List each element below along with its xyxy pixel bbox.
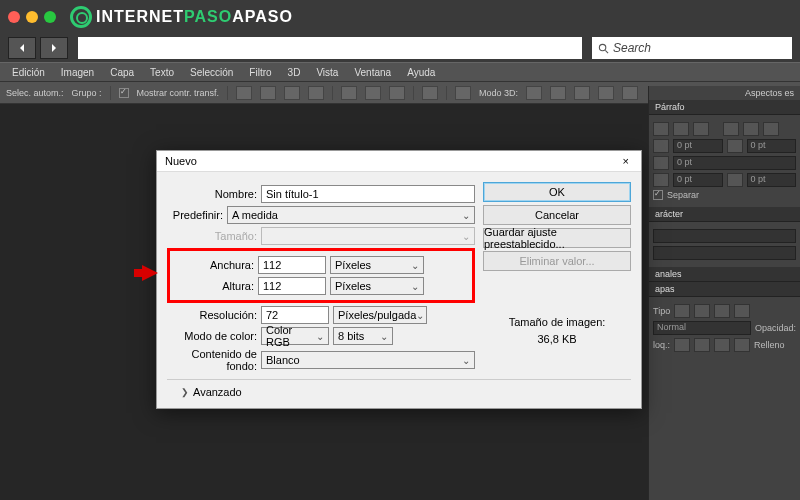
highlight-annotation: Anchura: Píxeles Altura: Píxeles — [167, 248, 475, 303]
space-after-input[interactable]: 0 pt — [747, 173, 797, 187]
justify-icon[interactable] — [743, 122, 759, 136]
channels-panel-tab[interactable]: anales — [649, 267, 800, 282]
justify-icon[interactable] — [723, 122, 739, 136]
hyphenate-label: Separar — [667, 190, 699, 200]
menu-seleccion[interactable]: Selección — [182, 67, 241, 78]
ok-button[interactable]: OK — [483, 182, 631, 202]
width-unit-select[interactable]: Píxeles — [330, 256, 424, 274]
close-icon[interactable]: × — [619, 155, 633, 167]
menu-imagen[interactable]: Imagen — [53, 67, 102, 78]
search-icon — [598, 43, 609, 54]
indent-left-input[interactable]: 0 pt — [673, 139, 723, 153]
opacity-label: Opacidad: — [755, 323, 796, 333]
filter-icon[interactable] — [734, 304, 750, 318]
save-preset-button[interactable]: Guardar ajuste preestablecido... — [483, 228, 631, 248]
menu-edicion[interactable]: Edición — [4, 67, 53, 78]
svg-line-1 — [605, 50, 608, 53]
distribute-icon[interactable] — [389, 86, 405, 100]
back-button[interactable] — [8, 37, 36, 59]
close-window-icon[interactable] — [8, 11, 20, 23]
kind-label: Tipo — [653, 306, 670, 316]
menu-texto[interactable]: Texto — [142, 67, 182, 78]
font-family-input[interactable] — [653, 229, 796, 243]
3d-tool-icon[interactable] — [550, 86, 566, 100]
bit-depth-select[interactable]: 8 bits — [333, 327, 393, 345]
preset-select[interactable]: A medida — [227, 206, 475, 224]
filter-icon[interactable] — [674, 304, 690, 318]
blend-mode-select[interactable]: Normal — [653, 321, 751, 335]
search-input[interactable]: Search — [592, 37, 792, 59]
distribute-icon[interactable] — [365, 86, 381, 100]
indent-right-input[interactable]: 0 pt — [747, 139, 797, 153]
logo-icon — [70, 6, 92, 28]
url-bar[interactable] — [78, 37, 582, 59]
3d-tool-icon[interactable] — [622, 86, 638, 100]
show-transform-label: Mostrar contr. transf. — [137, 88, 220, 98]
separator — [446, 86, 447, 100]
menu-ayuda[interactable]: Ayuda — [399, 67, 443, 78]
menu-filtro[interactable]: Filtro — [241, 67, 279, 78]
size-select — [261, 227, 475, 245]
filter-icon[interactable] — [694, 304, 710, 318]
right-panels: Aspectos es Párrafo 0 pt0 pt 0 pt 0 pt0 … — [648, 86, 800, 500]
menu-3d[interactable]: 3D — [280, 67, 309, 78]
character-panel-tab[interactable]: arácter — [649, 207, 800, 222]
menu-ventana[interactable]: Ventana — [346, 67, 399, 78]
filter-icon[interactable] — [714, 304, 730, 318]
align-icon[interactable] — [308, 86, 324, 100]
height-unit-select[interactable]: Píxeles — [330, 277, 424, 295]
color-mode-label: Modo de color: — [167, 330, 257, 342]
align-icon[interactable] — [422, 86, 438, 100]
background-label: Contenido de fondo: — [167, 348, 257, 372]
align-right-icon[interactable] — [693, 122, 709, 136]
lock-icon[interactable] — [714, 338, 730, 352]
3d-tool-icon[interactable] — [526, 86, 542, 100]
indent-icon — [727, 139, 743, 153]
space-before-input[interactable]: 0 pt — [673, 173, 723, 187]
3d-tool-icon[interactable] — [598, 86, 614, 100]
resolution-label: Resolución: — [167, 309, 257, 321]
size-label: Tamaño: — [167, 230, 257, 242]
advanced-toggle[interactable]: ❯ Avanzado — [157, 380, 641, 408]
layers-panel-tab[interactable]: apas — [649, 282, 800, 297]
chevron-right-icon: ❯ — [181, 387, 189, 397]
indent-first-input[interactable]: 0 pt — [673, 156, 796, 170]
name-label: Nombre: — [167, 188, 257, 200]
space-icon — [727, 173, 743, 187]
height-input[interactable] — [258, 277, 326, 295]
show-transform-checkbox[interactable] — [119, 88, 129, 98]
color-mode-select[interactable]: Color RGB — [261, 327, 329, 345]
background-select[interactable]: Blanco — [261, 351, 475, 369]
align-icon[interactable] — [284, 86, 300, 100]
resolution-input[interactable] — [261, 306, 329, 324]
forward-button[interactable] — [40, 37, 68, 59]
align-icon[interactable] — [236, 86, 252, 100]
paragraph-panel-tab[interactable]: Párrafo — [649, 100, 800, 115]
hyphenate-checkbox[interactable] — [653, 190, 663, 200]
delete-preset-button: Eliminar valor... — [483, 251, 631, 271]
3d-tool-icon[interactable] — [574, 86, 590, 100]
justify-icon[interactable] — [763, 122, 779, 136]
3d-icon[interactable] — [455, 86, 471, 100]
menu-capa[interactable]: Capa — [102, 67, 142, 78]
align-left-icon[interactable] — [653, 122, 669, 136]
name-input[interactable] — [261, 185, 475, 203]
lock-label: loq.: — [653, 340, 670, 350]
distribute-icon[interactable] — [341, 86, 357, 100]
align-icon[interactable] — [260, 86, 276, 100]
maximize-window-icon[interactable] — [44, 11, 56, 23]
lock-icon[interactable] — [734, 338, 750, 352]
cancel-button[interactable]: Cancelar — [483, 205, 631, 225]
width-input[interactable] — [258, 256, 326, 274]
lock-icon[interactable] — [694, 338, 710, 352]
browser-nav-row: Search — [0, 34, 800, 62]
align-center-icon[interactable] — [673, 122, 689, 136]
resolution-unit-select[interactable]: Píxeles/pulgada — [333, 306, 427, 324]
minimize-window-icon[interactable] — [26, 11, 38, 23]
font-style-input[interactable] — [653, 246, 796, 260]
group-dropdown[interactable]: Grupo : — [72, 88, 102, 98]
menu-vista[interactable]: Vista — [308, 67, 346, 78]
dialog-titlebar: Nuevo × — [157, 151, 641, 172]
search-placeholder: Search — [613, 41, 651, 55]
lock-icon[interactable] — [674, 338, 690, 352]
